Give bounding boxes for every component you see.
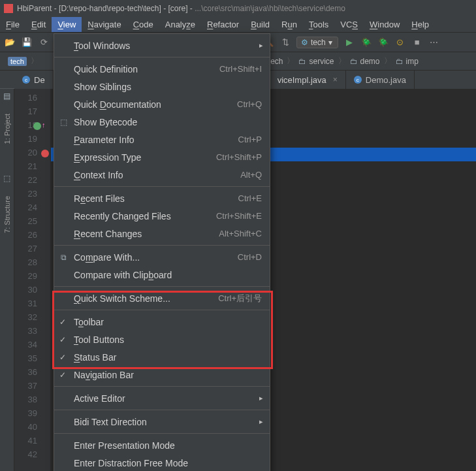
menu-view[interactable]: View <box>52 17 82 32</box>
open-icon[interactable]: 📂 <box>4 37 16 48</box>
stop-icon[interactable]: ■ <box>411 37 423 48</box>
class-icon: c <box>22 76 30 84</box>
line-number: 19 <box>14 134 50 148</box>
menu-context-info[interactable]: Context InfoAlt+Q <box>54 166 270 184</box>
menu-run[interactable]: Run <box>276 17 303 32</box>
line-number: 31 <box>14 299 50 312</box>
line-number: 28 <box>14 257 50 271</box>
structure-tool-icon[interactable]: ⬚ <box>3 174 10 183</box>
breadcrumb-root[interactable]: tech <box>4 57 31 66</box>
override-marker-icon[interactable] <box>33 122 41 130</box>
tab-impl[interactable]: viceImpl.java × <box>269 71 346 89</box>
menu-code[interactable]: Code <box>127 17 159 32</box>
menu-quick-switch[interactable]: Quick Switch Scheme...Ctrl+后引号 <box>54 289 270 307</box>
refresh-icon[interactable]: ⟳ <box>38 37 50 48</box>
line-number: 42 <box>14 449 50 463</box>
menu-expr-type[interactable]: Expression TypeCtrl+Shift+P <box>54 148 270 166</box>
menu-recent-changes[interactable]: Recent ChangesAlt+Shift+C <box>54 225 270 242</box>
menu-compare-clipboard[interactable]: Compare with Clipboard <box>54 266 270 284</box>
menu-navigate[interactable]: Navigate <box>82 17 127 32</box>
title-app: HbiParent <box>17 4 52 13</box>
menu-file[interactable]: File <box>0 17 25 32</box>
up-arrow-icon[interactable] <box>41 122 49 130</box>
menu-nav-bar-toggle[interactable]: ✓Navigation Bar <box>54 366 270 383</box>
menu-vcs[interactable]: VCS <box>334 17 364 32</box>
line-number: 22 <box>14 175 50 189</box>
coverage-icon[interactable]: 🪲 <box>377 37 389 48</box>
line-number: 25 <box>14 216 50 230</box>
line-number: 39 <box>14 408 50 422</box>
debug-icon[interactable]: 🪲 <box>360 37 372 48</box>
line-number: 34 <box>14 340 50 353</box>
tab-demo[interactable]: c Demo.java <box>346 71 415 89</box>
menu-tool-buttons-toggle[interactable]: ✓Tool Buttons <box>54 331 270 348</box>
project-tool-icon[interactable]: ▤ <box>3 91 10 101</box>
structure-tool-label[interactable]: 7: Structure <box>3 196 11 233</box>
line-number: 16 <box>14 93 50 106</box>
editor-gutter: 1617181920212223242526272829303132333435… <box>14 89 51 471</box>
menu-bidi[interactable]: Bidi Text Direction <box>54 413 270 430</box>
breadcrumb-demo[interactable]: 🗀demo <box>346 57 384 66</box>
line-number: 23 <box>14 189 50 203</box>
breadcrumb-imp[interactable]: 🗀imp <box>392 57 422 66</box>
menu-tools[interactable]: Tools <box>303 17 334 32</box>
run-config-label: tech <box>311 38 326 47</box>
menu-help[interactable]: Help <box>405 17 435 32</box>
menu-refactor[interactable]: Refactor <box>201 17 245 32</box>
error-marker-icon[interactable] <box>41 150 49 157</box>
chevron-down-icon: ▾ <box>328 38 332 47</box>
bars-icon[interactable]: ⇅ <box>279 37 291 48</box>
app-icon <box>4 4 13 13</box>
bytecode-icon: ⬚ <box>58 117 69 127</box>
menu-analyze[interactable]: Analyze <box>159 17 201 32</box>
menu-edit[interactable]: Edit <box>25 17 52 32</box>
save-icon[interactable]: 💾 <box>21 37 33 48</box>
line-number: 37 <box>14 381 50 395</box>
check-icon: ✓ <box>59 317 66 327</box>
menu-param-info[interactable]: Parameter InfoCtrl+P <box>54 131 270 148</box>
tool-window-bar: ▤ 1: Project ⬚ 7: Structure <box>0 89 14 471</box>
menu-distraction-free[interactable]: Enter Distraction Free Mode <box>54 454 270 471</box>
run-config[interactable]: ⚙ tech ▾ <box>296 37 338 48</box>
close-icon[interactable]: × <box>333 75 338 84</box>
line-number: 40 <box>14 422 50 436</box>
folder-icon: 🗀 <box>350 57 358 66</box>
menu-quick-definition[interactable]: Quick DefinitionCtrl+Shift+I <box>54 60 270 78</box>
menu-active-editor[interactable]: Active Editor <box>54 389 270 407</box>
check-icon: ✓ <box>59 370 66 380</box>
menu-compare-with[interactable]: ⧉Compare With...Ctrl+D <box>54 248 270 266</box>
play-icon[interactable]: ▶ <box>343 37 355 48</box>
menu-status-bar-toggle[interactable]: ✓Status Bar <box>54 348 270 366</box>
menu-presentation[interactable]: Enter Presentation Mode <box>54 436 270 454</box>
line-number: 38 <box>14 395 50 408</box>
menu-recent-changed[interactable]: Recently Changed FilesCtrl+Shift+E <box>54 207 270 225</box>
tab-left[interactable]: c De <box>14 71 54 89</box>
menubar: File Edit View Navigate Code Analyze Ref… <box>0 17 476 33</box>
menu-build[interactable]: Build <box>245 17 276 32</box>
menu-recent-files[interactable]: Recent FilesCtrl+E <box>54 189 270 207</box>
line-number: 36 <box>14 367 50 381</box>
check-icon: ✓ <box>59 335 66 344</box>
line-number: 33 <box>14 326 50 340</box>
project-tool-label[interactable]: 1: Project <box>3 114 11 144</box>
line-number: 32 <box>14 312 50 326</box>
title-path: [D:\repo-hand\repo-tech\tech] <box>59 4 161 13</box>
profile-icon[interactable]: ⊙ <box>394 37 406 48</box>
more-icon[interactable]: ⋯ <box>428 37 440 48</box>
folder-icon: 🗀 <box>298 57 306 66</box>
menu-quick-doc[interactable]: Quick DocumentationCtrl+Q <box>54 95 270 113</box>
gear-icon: ⚙ <box>301 38 308 47</box>
menu-tool-windows[interactable]: Tool Windows <box>54 37 270 54</box>
menu-show-siblings[interactable]: Show Siblings <box>54 78 270 95</box>
menu-window[interactable]: Window <box>364 17 405 32</box>
line-number: 20 <box>14 148 50 161</box>
class-icon: c <box>354 76 362 84</box>
line-number: 18 <box>14 120 50 134</box>
line-number: 30 <box>14 285 50 299</box>
breadcrumb-service[interactable]: 🗀service <box>294 57 338 66</box>
view-menu-dropdown: Tool Windows Quick DefinitionCtrl+Shift+… <box>54 33 270 471</box>
title-file: ...\core\src\main\java\hbi\tech\service\… <box>195 4 345 13</box>
menu-show-bytecode[interactable]: ⬚Show Bytecode <box>54 113 270 131</box>
line-number: 29 <box>14 271 50 285</box>
menu-toolbar-toggle[interactable]: ✓Toolbar <box>54 313 270 331</box>
